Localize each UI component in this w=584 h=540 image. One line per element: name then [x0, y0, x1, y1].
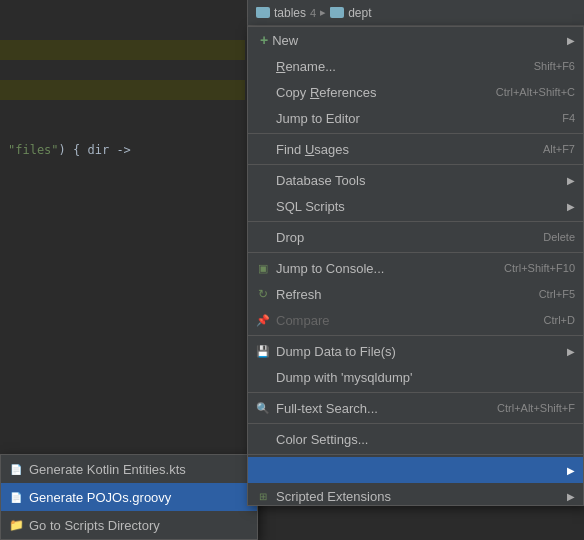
separator-5 [248, 335, 583, 336]
floppy-icon: 💾 [254, 342, 272, 360]
submenu-item-go-to-scripts[interactable]: 📁 Go to Scripts Directory [1, 511, 257, 539]
menu-label-refresh: Refresh [276, 287, 519, 302]
editor-line [0, 100, 245, 120]
context-menu: + New ▶ Rename... Shift+F6 Copy Referenc… [247, 26, 584, 506]
separator-7 [248, 423, 583, 424]
menu-item-color-settings[interactable]: Color Settings... [248, 426, 583, 452]
submenu-label-generate-pojos: Generate POJOs.groovy [29, 490, 171, 505]
separator-6 [248, 392, 583, 393]
editor-line: "files" ) { dir -> [0, 140, 245, 160]
menu-label-full-text-search: Full-text Search... [276, 401, 477, 416]
menu-label-diagrams: Scripted Extensions [276, 489, 563, 504]
menu-label-drop: Drop [276, 230, 523, 245]
menu-item-jump-editor[interactable]: Jump to Editor F4 [248, 105, 583, 131]
shortcut-find-usages: Alt+F7 [543, 143, 575, 155]
separator-1 [248, 133, 583, 134]
menu-label-new: New [272, 33, 563, 48]
submenu-label-go-to-scripts: Go to Scripts Directory [29, 518, 160, 533]
breadcrumb-tables: tables [274, 6, 306, 20]
shortcut-compare: Ctrl+D [544, 314, 575, 326]
code-text: ) { dir -> [59, 143, 131, 157]
menu-item-find-usages[interactable]: Find Usages Alt+F7 [248, 136, 583, 162]
editor-line [0, 0, 245, 20]
kotlin-file-icon: 📄 [7, 460, 25, 478]
separator-3 [248, 221, 583, 222]
folder-icon [256, 7, 270, 18]
groovy-file-icon: 📄 [7, 488, 25, 506]
separator-2 [248, 164, 583, 165]
refresh-icon: ↻ [254, 285, 272, 303]
shortcut-refresh: Ctrl+F5 [539, 288, 575, 300]
menu-item-scripted-extensions[interactable]: ▶ [248, 457, 583, 483]
shortcut-jump-editor: F4 [562, 112, 575, 124]
menu-item-new[interactable]: + New ▶ [248, 27, 583, 53]
submenu-arrow: ▶ [567, 35, 575, 46]
menu-label-jump-editor: Jump to Editor [276, 111, 542, 126]
menu-item-dump-mysqldump[interactable]: Dump with 'mysqldump' [248, 364, 583, 390]
menu-item-database-tools[interactable]: Database Tools ▶ [248, 167, 583, 193]
menu-item-sql-scripts[interactable]: SQL Scripts ▶ [248, 193, 583, 219]
code-text: "files" [8, 143, 59, 157]
console-icon: ▣ [254, 259, 272, 277]
menu-label-copy-references: Copy References [276, 85, 476, 100]
shortcut-copy-references: Ctrl+Alt+Shift+C [496, 86, 575, 98]
menu-item-rename[interactable]: Rename... Shift+F6 [248, 53, 583, 79]
menu-item-dump-data[interactable]: 💾 Dump Data to File(s) ▶ [248, 338, 583, 364]
menu-item-compare: 📌 Compare Ctrl+D [248, 307, 583, 333]
breadcrumb-area: tables 4 ▸ dept [247, 0, 584, 26]
shortcut-full-text-search: Ctrl+Alt+Shift+F [497, 402, 575, 414]
shortcut-jump-console: Ctrl+Shift+F10 [504, 262, 575, 274]
menu-label-jump-console: Jump to Console... [276, 261, 484, 276]
editor-line [0, 80, 245, 100]
editor-line [0, 60, 245, 80]
menu-label-compare: Compare [276, 313, 524, 328]
menu-item-full-text-search[interactable]: 🔍 Full-text Search... Ctrl+Alt+Shift+F [248, 395, 583, 421]
arrow-database-tools: ▶ [567, 175, 575, 186]
shortcut-drop: Delete [543, 231, 575, 243]
submenu-item-generate-pojos[interactable]: 📄 Generate POJOs.groovy [1, 483, 257, 511]
arrow-sql-scripts: ▶ [567, 201, 575, 212]
menu-item-jump-console[interactable]: ▣ Jump to Console... Ctrl+Shift+F10 [248, 255, 583, 281]
shortcut-rename: Shift+F6 [534, 60, 575, 72]
menu-label-rename: Rename... [276, 59, 514, 74]
editor-line [0, 40, 245, 60]
menu-item-diagrams[interactable]: ⊞ Scripted Extensions ▶ [248, 483, 583, 506]
plus-icon: + [260, 32, 268, 48]
arrow-scripted-extensions: ▶ [567, 465, 575, 476]
folder-icon-2 [330, 7, 344, 18]
menu-label-database-tools: Database Tools [276, 173, 563, 188]
search-icon: 🔍 [254, 399, 272, 417]
menu-label-color-settings: Color Settings... [276, 432, 575, 447]
folder-scripts-icon: 📁 [7, 516, 25, 534]
menu-label-dump-mysqldump: Dump with 'mysqldump' [276, 370, 575, 385]
menu-item-drop[interactable]: Drop Delete [248, 224, 583, 250]
submenu-label-generate-kotlin: Generate Kotlin Entities.kts [29, 462, 186, 477]
menu-item-copy-references[interactable]: Copy References Ctrl+Alt+Shift+C [248, 79, 583, 105]
separator-4 [248, 252, 583, 253]
diagrams-icon: ⊞ [254, 487, 272, 505]
separator-8 [248, 454, 583, 455]
breadcrumb-dept: dept [348, 6, 371, 20]
menu-item-refresh[interactable]: ↻ Refresh Ctrl+F5 [248, 281, 583, 307]
menu-label-dump-data: Dump Data to File(s) [276, 344, 563, 359]
editor-line [0, 120, 245, 140]
arrow-dump-data: ▶ [567, 346, 575, 357]
submenu-item-generate-kotlin[interactable]: 📄 Generate Kotlin Entities.kts [1, 455, 257, 483]
arrow-diagrams: ▶ [567, 491, 575, 502]
menu-label-sql-scripts: SQL Scripts [276, 199, 563, 214]
menu-label-find-usages: Find Usages [276, 142, 523, 157]
pin-icon: 📌 [254, 311, 272, 329]
scripted-extensions-submenu: 📄 Generate Kotlin Entities.kts 📄 Generat… [0, 454, 258, 540]
breadcrumb-count: 4 [310, 7, 316, 19]
breadcrumb-separator: ▸ [320, 6, 326, 19]
editor-line [0, 20, 245, 40]
